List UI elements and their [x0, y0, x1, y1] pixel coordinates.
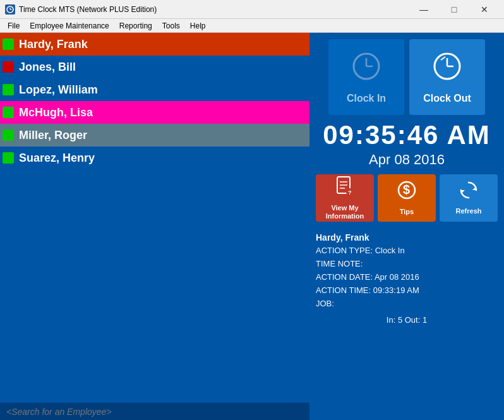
- action-type-value: Clock In: [375, 246, 405, 255]
- employee-name: Suarez, Henry: [19, 152, 95, 165]
- svg-text:?: ?: [348, 189, 352, 196]
- refresh-label: Refresh: [456, 207, 482, 215]
- tips-button[interactable]: $ Tips: [378, 174, 436, 222]
- menu-employee-maintenance[interactable]: Employee Maintenance: [25, 20, 114, 32]
- search-input[interactable]: [0, 402, 309, 420]
- menu-bar: File Employee Maintenance Reporting Tool…: [0, 19, 504, 33]
- action-buttons: ? View MyInformation $ Tips: [316, 174, 498, 222]
- minimize-button[interactable]: —: [409, 0, 438, 19]
- employee-row[interactable]: Hardy, Frank: [0, 33, 309, 56]
- menu-file[interactable]: File: [3, 20, 25, 32]
- status-indicator: [3, 152, 14, 164]
- employee-row[interactable]: Lopez, William: [0, 78, 309, 101]
- document-icon: ?: [336, 176, 354, 201]
- stats-line: In: 5 Out: 1: [387, 315, 427, 325]
- main-area: Hardy, Frank Jones, Bill Lopez, William …: [0, 33, 504, 420]
- employee-row[interactable]: Suarez, Henry: [0, 147, 309, 169]
- action-employee-name: Hardy, Frank: [316, 231, 498, 244]
- action-type-line: ACTION TYPE: Clock In: [316, 244, 498, 258]
- status-indicator: [3, 84, 14, 95]
- employee-list: Hardy, Frank Jones, Bill Lopez, William …: [0, 33, 309, 402]
- employee-row[interactable]: Miller, Roger: [0, 124, 309, 147]
- view-info-button[interactable]: ? View MyInformation: [316, 174, 374, 222]
- clock-buttons: Clock In Clock Out: [328, 39, 485, 115]
- menu-help[interactable]: Help: [185, 20, 211, 32]
- clock-in-button[interactable]: Clock In: [328, 39, 404, 115]
- employee-name: Miller, Roger: [19, 129, 87, 142]
- svg-line-9: [441, 57, 445, 60]
- clock-in-icon: [351, 51, 382, 88]
- menu-tools[interactable]: Tools: [157, 20, 185, 32]
- employee-name: McHugh, Lisa: [19, 106, 93, 119]
- right-panel: Clock In Clock Out 09:35:46 AM Apr 08 20…: [309, 33, 504, 420]
- employee-row[interactable]: Jones, Bill: [0, 56, 309, 78]
- employee-row[interactable]: McHugh, Lisa: [0, 101, 309, 124]
- window-controls[interactable]: — □ ✕: [409, 0, 499, 19]
- tips-label: Tips: [400, 208, 414, 216]
- app-icon: [5, 4, 15, 15]
- employee-name: Lopez, William: [19, 83, 98, 97]
- refresh-icon: [459, 180, 479, 205]
- clock-in-label: Clock In: [347, 93, 386, 104]
- action-time-value: 09:33:19 AM: [373, 285, 419, 295]
- employee-panel: Hardy, Frank Jones, Bill Lopez, William …: [0, 33, 309, 420]
- info-panel: Hardy, Frank ACTION TYPE: Clock In TIME …: [315, 228, 499, 313]
- clock-out-label: Clock Out: [423, 93, 471, 104]
- dollar-icon: $: [397, 179, 416, 205]
- close-button[interactable]: ✕: [470, 0, 499, 19]
- refresh-button[interactable]: Refresh: [440, 174, 498, 222]
- clock-out-icon: [431, 51, 463, 88]
- window-title: Time Clock MTS (Network PLUS Edition): [19, 5, 409, 14]
- employee-name: Jones, Bill: [19, 61, 76, 74]
- menu-reporting[interactable]: Reporting: [114, 20, 157, 32]
- clock-out-button[interactable]: Clock Out: [409, 39, 485, 115]
- time-note-line: TIME NOTE:: [316, 258, 498, 271]
- employee-name: Hardy, Frank: [19, 38, 88, 51]
- status-indicator: [3, 61, 14, 73]
- status-indicator: [3, 107, 14, 118]
- action-time-line: ACTION TIME: 09:33:19 AM: [316, 284, 498, 297]
- action-date-value: Apr 08 2016: [375, 272, 419, 282]
- date-display: Apr 08 2016: [369, 152, 445, 168]
- maximize-button[interactable]: □: [440, 0, 469, 19]
- title-bar: Time Clock MTS (Network PLUS Edition) — …: [0, 0, 504, 19]
- status-indicator: [3, 39, 14, 50]
- time-display: 09:35:46 AM: [323, 120, 491, 150]
- action-date-line: ACTION DATE: Apr 08 2016: [316, 271, 498, 284]
- view-info-label: View MyInformation: [326, 204, 364, 220]
- svg-text:$: $: [403, 183, 410, 196]
- job-line: JOB:: [316, 297, 498, 311]
- status-indicator: [3, 129, 14, 141]
